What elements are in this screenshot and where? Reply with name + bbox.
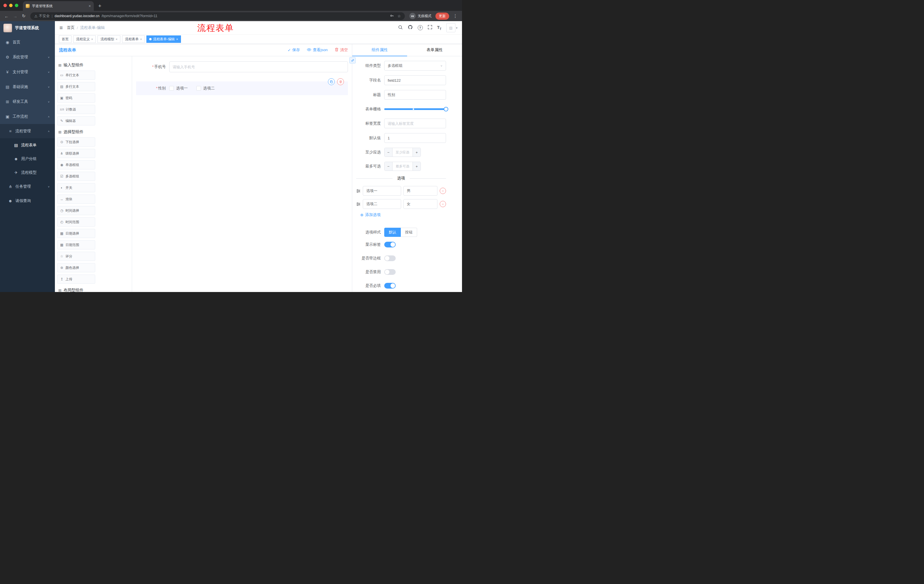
add-option-button[interactable]: ⊕ 添加选项	[360, 212, 446, 217]
remove-option-1-button[interactable]: −	[440, 188, 446, 194]
breadcrumb-home[interactable]: 首页	[67, 25, 74, 30]
component-password[interactable]: ▣密码	[57, 94, 95, 102]
tag-process-form-edit[interactable]: 流程表单-编辑 ×	[146, 35, 181, 43]
component-slider[interactable]: ↔滑块	[57, 194, 95, 204]
component-time-range[interactable]: ◴时间范围	[57, 217, 95, 227]
copy-widget-button[interactable]	[328, 78, 335, 85]
slider-handle[interactable]	[444, 107, 448, 112]
bookmark-star-icon[interactable]: ☆	[398, 14, 401, 18]
tag-close-icon[interactable]: ×	[140, 38, 142, 41]
password-key-icon[interactable]	[390, 14, 394, 18]
forward-icon[interactable]: →	[12, 12, 19, 20]
sidebar-item-dev-tools[interactable]: ⊞ 研发工具 ∨	[0, 94, 55, 109]
sidebar-item-pay[interactable]: ¥ 支付管理 ∨	[0, 64, 55, 79]
component-dropdown-select[interactable]: ⊙下拉选择	[57, 137, 95, 146]
tab-close-icon[interactable]: ×	[89, 4, 91, 8]
option-2-value-input[interactable]	[403, 199, 437, 209]
component-date-range[interactable]: ▦日期范围	[57, 240, 95, 249]
sidebar-logo[interactable]: 芋道管理系统	[0, 21, 55, 35]
sidebar-item-process-management[interactable]: ≡ 流程管理 ∧	[0, 124, 55, 138]
tag-process-definition[interactable]: 流程定义 ×	[73, 35, 96, 43]
tag-process-form[interactable]: 流程表单 ×	[122, 35, 145, 43]
max-select-stepper[interactable]: − 最多可选 +	[384, 162, 421, 171]
clear-button[interactable]: 清空	[335, 48, 348, 53]
stepper-decrease-icon[interactable]: −	[384, 148, 393, 156]
component-switch[interactable]: ◐开关	[57, 183, 95, 192]
component-cascader[interactable]: ⋔级联选择	[57, 149, 95, 158]
save-button[interactable]: ✓ 保存	[288, 48, 300, 53]
stepper-value[interactable]: 最多可选	[393, 162, 412, 171]
tab-form-props[interactable]: 表单属性	[407, 44, 462, 56]
tag-home[interactable]: 首页	[59, 35, 71, 43]
component-radio-group[interactable]: ◉单选框组	[57, 160, 95, 169]
style-button-button[interactable]: 按钮	[401, 228, 417, 237]
tag-close-icon[interactable]: ×	[176, 38, 178, 41]
delete-widget-button[interactable]	[337, 78, 344, 85]
remove-option-2-button[interactable]: −	[440, 201, 446, 207]
sidebar-item-leave-query[interactable]: ☻ 请假查询	[0, 194, 55, 208]
sidebar-item-workflow[interactable]: ▣ 工作流程 ∧	[0, 109, 55, 124]
github-icon[interactable]	[408, 25, 413, 31]
gender-option-2-checkbox[interactable]: 选项二	[196, 86, 215, 91]
title-input[interactable]	[384, 90, 446, 100]
required-switch[interactable]	[384, 283, 396, 289]
component-checkbox-group[interactable]: ☑多选框组	[57, 172, 95, 181]
tag-process-model[interactable]: 流程模型 ×	[97, 35, 120, 43]
phone-field-input[interactable]	[169, 61, 348, 72]
browser-menu-icon[interactable]: ⋮	[451, 13, 459, 18]
widget-phone[interactable]: *手机号	[136, 61, 348, 72]
form-canvas[interactable]: *手机号 *性别	[132, 56, 352, 292]
sidebar-item-process-model[interactable]: ✈ 流程模型	[0, 166, 55, 179]
sidebar-item-infra[interactable]: ▤ 基础设施 ∨	[0, 79, 55, 94]
fullscreen-icon[interactable]	[428, 25, 432, 31]
stepper-decrease-icon[interactable]: −	[384, 162, 393, 171]
style-default-button[interactable]: 默认	[384, 228, 401, 237]
back-icon[interactable]: ←	[3, 12, 10, 20]
border-switch[interactable]	[384, 255, 396, 261]
browser-update-button[interactable]: 更新	[436, 13, 449, 20]
link-icon[interactable]	[349, 57, 356, 63]
reload-icon[interactable]: ↻	[20, 12, 28, 20]
option-1-label-input[interactable]	[363, 186, 401, 196]
component-time-picker[interactable]: ◷时间选择	[57, 206, 95, 215]
tag-close-icon[interactable]: ×	[91, 38, 93, 41]
widget-gender[interactable]: *性别 选项一 选项二	[136, 81, 348, 95]
tag-close-icon[interactable]: ×	[116, 38, 117, 41]
label-width-input[interactable]	[384, 118, 446, 128]
component-editor[interactable]: ✎编辑器	[57, 116, 95, 125]
form-grid-slider[interactable]	[384, 105, 446, 114]
collapse-sidebar-icon[interactable]: ≡	[59, 25, 63, 31]
show-label-switch[interactable]	[384, 242, 396, 247]
help-icon[interactable]: ?	[418, 25, 423, 30]
option-2-label-input[interactable]	[363, 199, 401, 209]
field-name-input[interactable]	[384, 76, 446, 85]
component-date-picker[interactable]: ▦日期选择	[57, 229, 95, 238]
sidebar-item-user-group[interactable]: ☻ 用户分组	[0, 152, 55, 166]
stepper-value[interactable]: 至少应选	[393, 148, 412, 156]
font-size-icon[interactable]: TT	[437, 25, 441, 31]
sidebar-item-process-form[interactable]: ▤ 流程表单	[0, 138, 55, 152]
sidebar-item-task-management[interactable]: ⋔ 任务管理 ∨	[0, 179, 55, 194]
search-icon[interactable]	[398, 25, 403, 31]
security-indicator[interactable]: ⚠ 不安全	[34, 14, 50, 18]
view-json-button[interactable]: 查看json	[307, 48, 328, 53]
component-upload[interactable]: ↥上传	[57, 275, 95, 284]
min-select-stepper[interactable]: − 至少应选 +	[384, 148, 421, 157]
default-value-input[interactable]	[384, 133, 446, 143]
drag-handle-icon[interactable]	[356, 189, 361, 193]
stepper-increase-icon[interactable]: +	[412, 162, 421, 171]
new-tab-button[interactable]: +	[96, 2, 104, 10]
window-zoom-button[interactable]	[15, 4, 18, 7]
component-counter[interactable]: 123计数器	[57, 105, 95, 114]
window-minimize-button[interactable]	[9, 4, 13, 7]
address-bar[interactable]: ⚠ 不安全 | dashboard.yudao.iocoder.cn /bpm/…	[30, 12, 405, 20]
component-rate[interactable]: ☆评分	[57, 252, 95, 261]
tab-component-props[interactable]: 组件属性	[352, 44, 407, 56]
component-type-select[interactable]: 多选框组 ∨	[384, 61, 446, 71]
disabled-switch[interactable]	[384, 269, 396, 275]
component-multi-line-text[interactable]: ▤多行文本	[57, 82, 95, 91]
window-close-button[interactable]	[3, 4, 7, 7]
sidebar-item-system[interactable]: ⚙ 系统管理 ∨	[0, 50, 55, 64]
component-single-line-text[interactable]: ▭单行文本	[57, 71, 95, 80]
stepper-increase-icon[interactable]: +	[412, 148, 421, 156]
